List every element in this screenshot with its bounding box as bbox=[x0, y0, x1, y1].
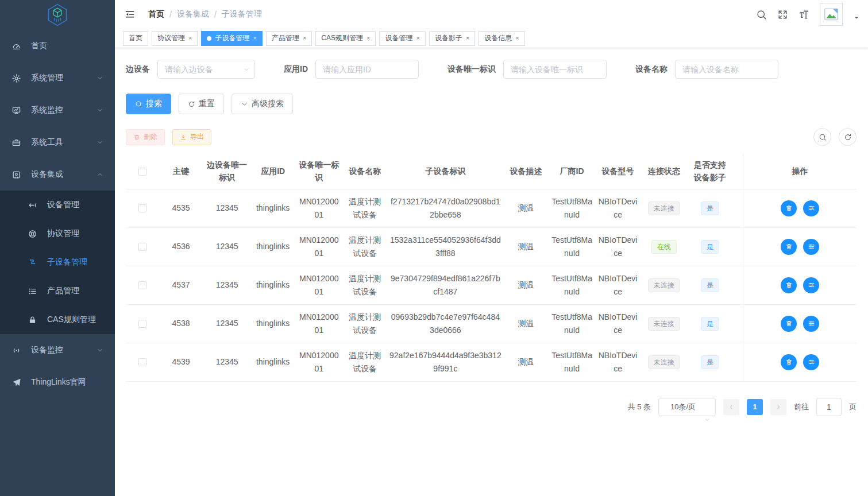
row-checkbox[interactable] bbox=[138, 281, 146, 289]
font-size-icon[interactable] bbox=[798, 9, 809, 20]
user-menu-caret-icon[interactable] bbox=[853, 14, 860, 21]
tab-子设备管理[interactable]: 子设备管理× bbox=[201, 31, 262, 46]
row-checkbox-cell bbox=[126, 343, 159, 381]
fullscreen-icon[interactable] bbox=[777, 9, 788, 20]
tab-label: 协议管理 bbox=[157, 33, 185, 43]
show-search-button[interactable] bbox=[813, 128, 831, 146]
cell-model: NBIoTDevice bbox=[596, 343, 640, 381]
next-page-button[interactable] bbox=[770, 399, 786, 415]
sidebar-item-设备集成[interactable]: 设备集成 bbox=[0, 158, 115, 191]
row-checkbox[interactable] bbox=[138, 243, 146, 251]
row-checkbox[interactable] bbox=[138, 204, 146, 212]
search-icon bbox=[135, 100, 142, 108]
close-tab-icon[interactable]: × bbox=[515, 35, 519, 41]
select-all-checkbox[interactable] bbox=[138, 168, 146, 176]
advanced-search-button[interactable]: 高级搜索 bbox=[232, 94, 293, 114]
tab-label: 设备管理 bbox=[385, 33, 412, 43]
delete-button[interactable]: 删除 bbox=[126, 129, 165, 145]
chevron-up-icon bbox=[97, 171, 103, 178]
close-tab-icon[interactable]: × bbox=[466, 35, 469, 41]
sidebar-item-产品管理[interactable]: 产品管理 bbox=[0, 277, 115, 305]
cell-shadow: 是 bbox=[688, 189, 732, 227]
tab-CAS规则管理[interactable]: CAS规则管理× bbox=[315, 31, 376, 46]
sidebar-item-label: 设备监控 bbox=[31, 345, 97, 355]
row-checkbox[interactable] bbox=[138, 358, 146, 366]
input-设备唯一标识[interactable] bbox=[503, 60, 607, 79]
chevron-down-icon bbox=[97, 75, 103, 82]
configure-row-button[interactable] bbox=[803, 316, 819, 332]
reset-button[interactable]: 重置 bbox=[179, 94, 224, 114]
page-size-select[interactable]: 10条/页 bbox=[658, 398, 716, 416]
cell-edge_id: 12345 bbox=[203, 189, 251, 227]
tab-协议管理[interactable]: 协议管理× bbox=[152, 31, 198, 46]
sidebar-item-系统工具[interactable]: 系统工具 bbox=[0, 126, 115, 158]
sub-device-table: 主键边设备唯一标识应用ID设备唯一标识设备名称子设备标识设备描述厂商ID设备型号… bbox=[126, 153, 857, 382]
header-search-icon[interactable] bbox=[756, 9, 767, 20]
close-tab-icon[interactable]: × bbox=[416, 35, 419, 41]
sidebar-item-label: 设备集成 bbox=[31, 169, 97, 180]
cell-manufacturer_id: TestUtf8ManuId bbox=[548, 189, 596, 227]
cell-edge_id: 12345 bbox=[203, 227, 251, 266]
configure-row-button[interactable] bbox=[803, 239, 819, 255]
table-row: 453512345thinglinksMN01200001温度计测试设备f271… bbox=[126, 189, 857, 227]
cell-device_uid: MN01200001 bbox=[295, 343, 343, 381]
delete-row-button[interactable] bbox=[781, 354, 797, 370]
form-group-应用ID: 应用ID bbox=[284, 60, 419, 79]
close-tab-icon[interactable]: × bbox=[367, 35, 370, 41]
cell-manufacturer_id: TestUtf8ManuId bbox=[548, 266, 596, 304]
breadcrumb-item-首页[interactable]: 首页 bbox=[148, 9, 164, 20]
close-tab-icon[interactable]: × bbox=[188, 35, 192, 41]
tab-产品管理[interactable]: 产品管理× bbox=[266, 31, 312, 46]
table-row: 453812345thinglinksMN01200001温度计测试设备0969… bbox=[126, 304, 857, 343]
prev-page-button[interactable] bbox=[723, 399, 739, 415]
delete-row-button[interactable] bbox=[781, 277, 797, 293]
tab-设备信息[interactable]: 设备信息× bbox=[479, 31, 524, 46]
select-input[interactable] bbox=[157, 60, 255, 79]
configure-row-button[interactable] bbox=[803, 354, 819, 370]
sidebar-item-设备监控[interactable]: 设备监控 bbox=[0, 334, 115, 366]
collapse-sidebar-icon[interactable] bbox=[124, 7, 139, 22]
cell-model: NBIoTDevice bbox=[596, 227, 640, 266]
sidebar-item-设备管理[interactable]: 设备管理 bbox=[0, 191, 115, 219]
sidebar-item-首页[interactable]: 首页 bbox=[0, 30, 115, 62]
sidebar-item-系统监控[interactable]: 系统监控 bbox=[0, 94, 115, 126]
goto-page-input[interactable] bbox=[816, 398, 842, 416]
tab-首页[interactable]: 首页 bbox=[123, 31, 148, 46]
tab-设备影子[interactable]: 设备影子× bbox=[429, 31, 475, 46]
sidebar-item-协议管理[interactable]: 协议管理 bbox=[0, 219, 115, 248]
row-checkbox-cell bbox=[126, 304, 159, 343]
column-header: 子设备标识 bbox=[387, 153, 504, 189]
delete-row-button[interactable] bbox=[781, 316, 797, 332]
close-tab-icon[interactable]: × bbox=[253, 35, 256, 41]
tab-设备管理[interactable]: 设备管理× bbox=[379, 31, 425, 46]
refresh-table-button[interactable] bbox=[839, 128, 857, 146]
configure-row-button[interactable] bbox=[803, 277, 819, 293]
total-count: 共 5 条 bbox=[628, 402, 651, 412]
form-label: 应用ID bbox=[284, 64, 308, 75]
select-边设备[interactable] bbox=[157, 60, 255, 79]
sidebar-item-CAS规则管理[interactable]: CAS规则管理 bbox=[0, 305, 115, 334]
delete-row-button[interactable] bbox=[781, 200, 797, 216]
export-button[interactable]: 导出 bbox=[172, 129, 211, 145]
close-tab-icon[interactable]: × bbox=[303, 35, 306, 41]
sidebar-item-ThingLinks官网[interactable]: ThingLinks官网 bbox=[0, 366, 115, 398]
sidebar-item-系统管理[interactable]: 系统管理 bbox=[0, 62, 115, 94]
tab-label: CAS规则管理 bbox=[321, 33, 363, 43]
page-number-button[interactable]: 1 bbox=[747, 399, 763, 415]
configure-row-button[interactable] bbox=[803, 200, 819, 216]
cell-description: 测温 bbox=[504, 304, 547, 343]
cell-model: NBIoTDevice bbox=[596, 189, 640, 227]
row-checkbox[interactable] bbox=[138, 320, 146, 328]
input-应用ID[interactable] bbox=[315, 60, 419, 79]
sidebar-item-label: 系统工具 bbox=[31, 137, 97, 148]
shadow-support-badge: 是 bbox=[701, 240, 719, 254]
toolbox-icon bbox=[11, 137, 24, 148]
monitor-icon bbox=[11, 105, 24, 115]
cell-sub_device_id: 92af2e167b9444d4a9f3e3b3129f991c bbox=[387, 343, 504, 381]
sidebar-item-子设备管理[interactable]: 子设备管理 bbox=[0, 248, 115, 277]
search-button[interactable]: 搜索 bbox=[126, 94, 171, 114]
delete-row-button[interactable] bbox=[781, 239, 797, 255]
avatar[interactable] bbox=[820, 3, 843, 26]
input-设备名称[interactable] bbox=[675, 60, 778, 79]
column-header: 设备描述 bbox=[504, 153, 547, 189]
